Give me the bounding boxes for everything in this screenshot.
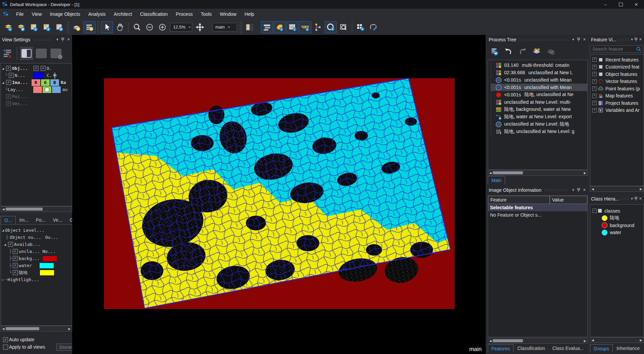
green-channel-cell[interactable]: G bbox=[41, 79, 50, 86]
feature-hscrollbar[interactable]: ◀ ▶ bbox=[590, 186, 644, 192]
panel-grip[interactable] bbox=[618, 38, 629, 41]
map-combo[interactable]: main▾ bbox=[212, 23, 237, 32]
pin-icon[interactable] bbox=[577, 188, 580, 192]
feature-item[interactable]: +VVariables and Ar bbox=[590, 107, 643, 114]
expand-icon[interactable]: + bbox=[592, 101, 597, 105]
checkbox-checked[interactable]: ✓ bbox=[34, 66, 39, 71]
close-panel-icon[interactable]: ✕ bbox=[639, 196, 642, 201]
save-process-tree-button[interactable] bbox=[488, 45, 501, 58]
expand-icon[interactable]: + bbox=[592, 86, 597, 91]
layer-cell-green[interactable] bbox=[42, 86, 52, 93]
image-layer-mixing-button[interactable] bbox=[71, 21, 83, 33]
scroll-right-icon[interactable]: ▶ bbox=[639, 339, 643, 342]
panel-grip[interactable] bbox=[519, 38, 567, 41]
expander-icon[interactable]: ◢ bbox=[1, 81, 5, 84]
menu-help[interactable]: Help bbox=[240, 10, 258, 18]
pin-icon[interactable] bbox=[634, 197, 638, 201]
zoom-out-button[interactable] bbox=[144, 21, 156, 33]
tab-Im[interactable]: Im... bbox=[16, 216, 32, 224]
panel-grip[interactable] bbox=[33, 38, 51, 41]
tab-Ve[interactable]: Ve... bbox=[49, 216, 66, 224]
process-item[interactable]: <0.001sunclassified with Mean bbox=[491, 84, 587, 91]
menu-process[interactable]: Process bbox=[172, 10, 197, 18]
feature-item[interactable]: +Object features bbox=[590, 71, 643, 78]
class-color-water[interactable] bbox=[39, 263, 54, 269]
chevron-down-icon[interactable]: ▾ bbox=[189, 25, 191, 29]
scroll-left-icon[interactable]: ◀ bbox=[1, 208, 6, 211]
process-item[interactable]: <0.001s陆地, unclassified at Ne bbox=[491, 91, 587, 98]
scroll-thumb[interactable] bbox=[6, 327, 39, 330]
tab-inheritance[interactable]: Inheritance bbox=[613, 344, 643, 353]
process-item[interactable]: unclassified at New Level: multi- bbox=[491, 98, 587, 106]
checkbox-checked[interactable]: ✓ bbox=[13, 256, 18, 261]
menu-window[interactable]: Window bbox=[216, 10, 240, 18]
tab-features[interactable]: Features bbox=[488, 344, 514, 353]
pin-icon[interactable] bbox=[577, 38, 580, 42]
color-swatch-blue[interactable] bbox=[33, 72, 44, 79]
feature-search-input[interactable] bbox=[590, 46, 636, 52]
close-panel-icon[interactable]: ✕ bbox=[67, 37, 70, 42]
tree-row-point[interactable]: ✓ Poi... bbox=[1, 93, 72, 100]
class-color-land[interactable] bbox=[40, 270, 54, 276]
scroll-right-icon[interactable]: ▶ bbox=[639, 187, 643, 191]
expand-icon[interactable]: + bbox=[592, 57, 597, 62]
navigate-scene-button[interactable] bbox=[194, 21, 206, 33]
expand-icon[interactable]: + bbox=[592, 65, 597, 69]
column-header-feature[interactable]: Feature bbox=[488, 196, 550, 204]
class-item[interactable]: background bbox=[590, 222, 643, 229]
tab-O[interactable]: O... bbox=[1, 216, 16, 224]
process-list-hscrollbar[interactable]: ◀ ▶ bbox=[488, 170, 588, 176]
checkbox-checked[interactable]: ✓ bbox=[6, 66, 11, 71]
class-item[interactable]: 陆地 bbox=[590, 215, 643, 222]
close-panel-icon[interactable]: ✕ bbox=[639, 37, 642, 42]
panning-cursor-button[interactable] bbox=[114, 21, 126, 33]
save-project-button[interactable] bbox=[15, 21, 27, 33]
chevron-down-icon[interactable]: ▾ bbox=[228, 25, 230, 29]
menu-tools[interactable]: Tools bbox=[197, 10, 216, 18]
process-item[interactable]: unclassified at New Level: 陆地 bbox=[491, 121, 587, 128]
zoom-level-combo[interactable]: 12.5%▾ bbox=[170, 23, 192, 32]
tab-class-evalua-[interactable]: Class Evalua... bbox=[549, 344, 587, 353]
normal-cursor-button[interactable] bbox=[101, 21, 113, 33]
panel-menu-icon[interactable]: ▾ bbox=[572, 188, 574, 192]
import-scene-button[interactable] bbox=[41, 21, 53, 33]
tree-row-background[interactable]: ├ ✓ backg... bbox=[1, 255, 72, 262]
run-process-button[interactable] bbox=[530, 45, 543, 58]
scroll-left-icon[interactable]: ◀ bbox=[488, 171, 493, 175]
process-item[interactable]: 陆地, unclassified at New Level: g bbox=[491, 128, 587, 135]
apply-all-checkbox[interactable] bbox=[3, 345, 8, 350]
expand-icon[interactable]: + bbox=[592, 108, 597, 113]
expand-icon[interactable]: + bbox=[592, 94, 597, 98]
search-icon[interactable] bbox=[636, 46, 641, 52]
expand-icon[interactable]: + bbox=[592, 72, 597, 76]
process-item[interactable]: 02:38.688unclassified at New L bbox=[491, 69, 587, 76]
tab-main[interactable]: Main bbox=[488, 176, 505, 184]
process-item[interactable]: 陆地, water at New Level: export bbox=[491, 113, 587, 121]
classes-root-row[interactable]: – classes bbox=[590, 207, 643, 215]
restore-button[interactable] bbox=[613, 0, 629, 9]
checkbox-checked[interactable]: ✓ bbox=[6, 80, 11, 85]
scroll-thumb[interactable] bbox=[493, 339, 523, 342]
view-settings-hscrollbar[interactable]: ◀ bbox=[1, 206, 72, 212]
manage-grid-button[interactable] bbox=[355, 21, 367, 33]
view-split-1-button[interactable] bbox=[20, 47, 33, 60]
tree-row-highlight[interactable]: ▷─ Hightligh... bbox=[1, 276, 72, 283]
tree-row-vector[interactable]: ✓ Vec... bbox=[1, 100, 72, 107]
process-item[interactable]: <0.001sunclassified with Mean bbox=[491, 76, 587, 84]
scroll-thumb[interactable] bbox=[493, 171, 523, 174]
view-split-2-button[interactable] bbox=[35, 47, 48, 60]
scroll-right-icon[interactable]: ▶ bbox=[67, 327, 72, 330]
panel-menu-icon[interactable]: ▾ bbox=[631, 37, 633, 42]
class-color-background[interactable] bbox=[42, 256, 57, 262]
tree-row-image[interactable]: ◢ ✓ Ima... R G B Ra bbox=[1, 79, 72, 86]
undo-button[interactable] bbox=[502, 45, 515, 58]
redo-button[interactable] bbox=[516, 45, 529, 58]
scroll-right-icon[interactable]: ▶ bbox=[583, 171, 587, 175]
expander-icon[interactable]: ◢ bbox=[1, 67, 5, 70]
panel-menu-icon[interactable]: ▾ bbox=[631, 196, 633, 201]
polygon-tools-button[interactable] bbox=[367, 21, 379, 33]
zoom-in-button[interactable] bbox=[156, 21, 168, 33]
expand-icon[interactable]: + bbox=[592, 79, 597, 84]
pin-icon[interactable] bbox=[634, 38, 638, 42]
scroll-left-icon[interactable]: ◀ bbox=[590, 187, 595, 191]
